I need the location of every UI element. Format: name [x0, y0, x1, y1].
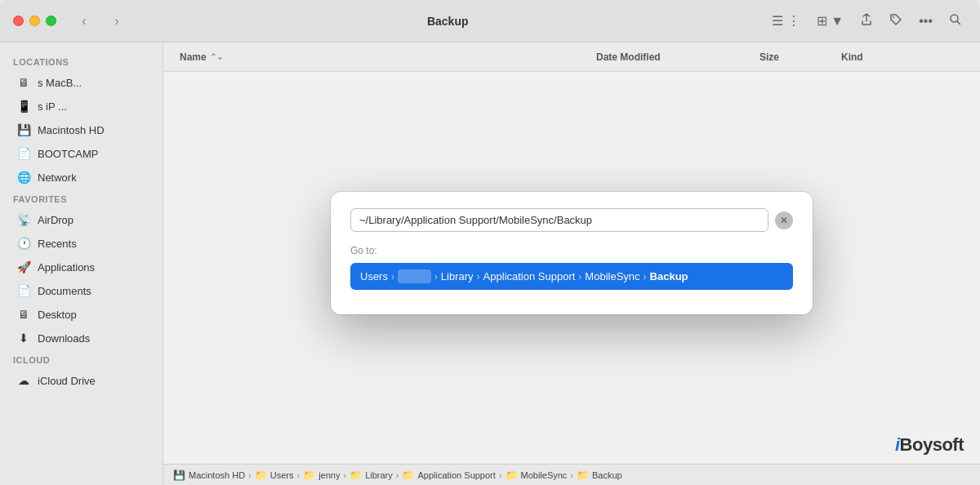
minimize-button[interactable]: [29, 16, 40, 26]
more-button[interactable]: •••: [914, 11, 938, 32]
sidebar-section-favorites: Favorites: [0, 189, 163, 207]
status-macintosh-hd[interactable]: 💾 Macintosh HD: [173, 469, 245, 481]
desktop-icon: 🖥: [16, 307, 31, 322]
window-title: Backup: [138, 15, 757, 28]
status-application-support[interactable]: 📁 Application Support: [402, 469, 495, 481]
ip-icon: 📱: [16, 99, 31, 113]
macintosh-hd-icon: 💾: [16, 122, 31, 137]
grid-view-button[interactable]: ⊞ ▼: [812, 10, 849, 32]
close-button[interactable]: [13, 16, 24, 26]
macintosh-hd-icon: 💾: [173, 469, 185, 481]
sidebar-item-label-network: Network: [38, 171, 77, 184]
goto-input[interactable]: [350, 208, 768, 232]
path-sep-2: ›: [477, 271, 480, 283]
path-item-mobilesync[interactable]: MobileSync: [585, 270, 639, 283]
sidebar-item-network[interactable]: 🌐Network: [3, 166, 159, 189]
sidebar-item-ip[interactable]: 📱s iP ...: [3, 95, 159, 118]
sidebar-item-label-downloads: Downloads: [38, 332, 90, 345]
recents-icon: 🕐: [16, 236, 31, 251]
share-button[interactable]: [855, 10, 878, 33]
sidebar-item-documents[interactable]: 📄Documents: [3, 279, 159, 302]
path-sep-3: ›: [578, 271, 581, 283]
status-users[interactable]: 📁 Users: [255, 469, 294, 481]
airdrop-icon: 📡: [16, 212, 31, 227]
status-jenny[interactable]: 📁 jenny: [303, 469, 340, 481]
path-item-username[interactable]: [398, 269, 431, 283]
sidebar-item-label-icloud-drive: iCloud Drive: [38, 375, 96, 387]
sidebar-item-label-recents: Recents: [38, 238, 77, 250]
sidebar-item-label-desktop: Desktop: [38, 309, 77, 321]
path-sep-1: ›: [434, 271, 438, 283]
statusbar: 💾 Macintosh HD › 📁 Users › 📁 jenny ›: [163, 464, 980, 485]
dialog-input-row: ✕: [350, 208, 793, 232]
icloud-drive-icon: ☁: [16, 373, 31, 388]
path-sep-4: ›: [644, 271, 647, 283]
sidebar-item-macintosh-hd[interactable]: 💾Macintosh HD: [3, 118, 159, 141]
mobilesync-folder-icon: 📁: [506, 469, 518, 481]
sidebar-item-applications[interactable]: 🚀Applications: [3, 256, 159, 278]
sidebar-item-recents[interactable]: 🕐Recents: [3, 232, 159, 255]
goto-dialog: ✕ Go to: Users › › Library › Applicati: [331, 192, 813, 314]
maximize-button[interactable]: [46, 16, 56, 26]
library-folder-icon: 📁: [350, 469, 362, 481]
path-item-application-support[interactable]: Application Support: [483, 270, 576, 283]
sidebar-item-downloads[interactable]: ⬇Downloads: [3, 327, 159, 349]
goto-label: Go to:: [350, 245, 793, 256]
documents-icon: 📄: [16, 283, 31, 298]
content-area: Name ⌃⌄ Date Modified Size Kind iBoysoft: [163, 42, 980, 485]
downloads-icon: ⬇: [16, 331, 31, 345]
sidebar-section-icloud: iCloud: [0, 350, 163, 368]
tag-button[interactable]: [884, 10, 907, 33]
status-mobilesync[interactable]: 📁 MobileSync: [506, 469, 568, 481]
sidebar-item-label-bootcamp: BOOTCAMP: [38, 148, 98, 160]
finder-window: ‹ › Backup ☰ ⋮ ⊞ ▼ •••: [0, 0, 980, 485]
forward-button[interactable]: ›: [105, 10, 128, 33]
sidebar: Locations🖥s MacB...📱s iP ...💾Macintosh H…: [0, 42, 163, 485]
sidebar-item-label-macintosh-hd: Macintosh HD: [38, 124, 105, 136]
sidebar-item-label-airdrop: AirDrop: [38, 214, 74, 226]
svg-point-0: [893, 16, 894, 18]
dialog-path: Users › › Library › Application Support …: [350, 263, 793, 290]
bootcamp-icon: 📄: [16, 146, 31, 161]
appsupport-folder-icon: 📁: [402, 469, 414, 481]
main-area: Locations🖥s MacB...📱s iP ...💾Macintosh H…: [0, 42, 980, 485]
sidebar-item-bootcamp[interactable]: 📄BOOTCAMP: [3, 142, 159, 165]
sidebar-item-desktop[interactable]: 🖥Desktop: [3, 303, 159, 326]
sidebar-section-locations: Locations: [0, 52, 163, 70]
back-button[interactable]: ‹: [73, 10, 96, 33]
status-breadcrumb: 💾 Macintosh HD › 📁 Users › 📁 jenny ›: [173, 469, 970, 481]
users-folder-icon: 📁: [255, 469, 267, 481]
sidebar-item-label-macb: s MacB...: [38, 77, 82, 89]
sidebar-item-label-applications: Applications: [38, 261, 95, 274]
sidebar-item-label-ip: s iP ...: [38, 100, 67, 113]
path-item-backup[interactable]: Backup: [650, 270, 688, 283]
traffic-lights: [13, 16, 56, 26]
list-view-button[interactable]: ☰ ⋮: [767, 10, 804, 32]
path-item-users[interactable]: Users: [360, 270, 388, 283]
macb-icon: 🖥: [16, 75, 31, 90]
sidebar-item-airdrop[interactable]: 📡AirDrop: [3, 208, 159, 231]
jenny-folder-icon: 📁: [303, 469, 315, 481]
sidebar-item-macb[interactable]: 🖥s MacB...: [3, 71, 159, 94]
path-item-library[interactable]: Library: [441, 270, 474, 283]
path-sep-0: ›: [391, 271, 394, 283]
titlebar: ‹ › Backup ☰ ⋮ ⊞ ▼ •••: [0, 0, 980, 42]
network-icon: 🌐: [16, 170, 31, 185]
sidebar-item-icloud-drive[interactable]: ☁iCloud Drive: [3, 369, 159, 392]
dialog-overlay: ✕ Go to: Users › › Library › Applicati: [163, 42, 980, 464]
search-button[interactable]: [944, 10, 967, 33]
backup-folder-icon: 📁: [577, 469, 589, 481]
dialog-close-button[interactable]: ✕: [775, 211, 793, 229]
status-backup[interactable]: 📁 Backup: [577, 469, 622, 481]
toolbar-right: ☰ ⋮ ⊞ ▼ •••: [767, 10, 967, 33]
sidebar-item-label-documents: Documents: [38, 285, 91, 297]
applications-icon: 🚀: [16, 260, 31, 274]
status-library[interactable]: 📁 Library: [350, 469, 393, 481]
